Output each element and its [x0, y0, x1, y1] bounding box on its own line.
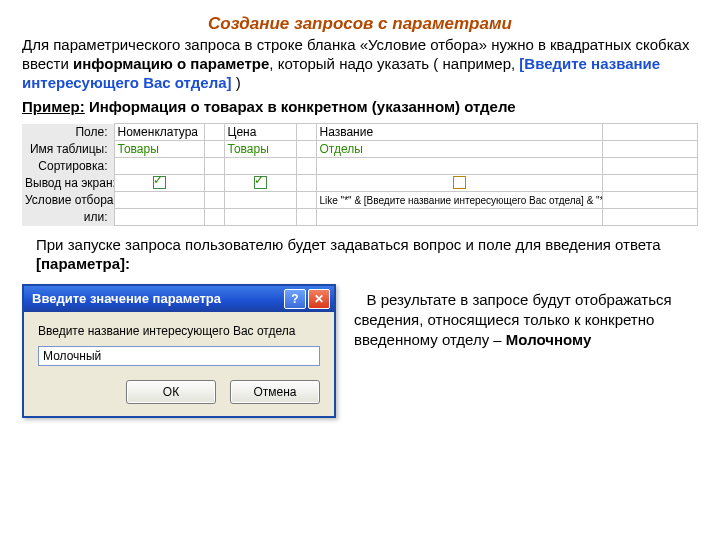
grid-row-show: Вывод на экран:: [22, 175, 698, 192]
cell-field-1[interactable]: Цена: [224, 124, 296, 141]
query-design-grid: Поле: Номенклатура Цена Название Имя таб…: [22, 123, 698, 226]
cell-table-2[interactable]: Отделы: [316, 141, 602, 158]
checkbox-checked-icon: [153, 176, 166, 189]
cell-field-2[interactable]: Название: [316, 124, 602, 141]
ok-button[interactable]: ОК: [126, 380, 216, 404]
cell-show-1[interactable]: [224, 175, 296, 192]
grid-row-criteria: Условие отбора: Like "*" & [Введите назв…: [22, 192, 698, 209]
cell-show-2[interactable]: [316, 175, 602, 192]
parameter-dialog: Введите значение параметра ? ✕ Введите н…: [22, 284, 336, 418]
middle-para: При запуске запроса пользователю будет з…: [36, 236, 698, 274]
cell-table-0[interactable]: Товары: [114, 141, 204, 158]
grid-row-sort: Сортировка:: [22, 158, 698, 175]
parameter-input[interactable]: [38, 346, 320, 366]
grid-row-or: или:: [22, 209, 698, 226]
dialog-title: Введите значение параметра: [32, 291, 282, 306]
close-button[interactable]: ✕: [308, 289, 330, 309]
intro-para-1: Для параметрического запроса в строке бл…: [22, 36, 698, 92]
cell-field-0[interactable]: Номенклатура: [114, 124, 204, 141]
intro-para-2: Пример: Информация о товарах в конкретно…: [22, 98, 698, 117]
dialog-titlebar[interactable]: Введите значение параметра ? ✕: [24, 286, 334, 312]
cell-criteria-2[interactable]: Like "*" & [Введите название интересующе…: [316, 192, 602, 209]
result-para: В результате в запросе будут отображатьс…: [354, 290, 698, 351]
cancel-button[interactable]: Отмена: [230, 380, 320, 404]
checkbox-checked-icon: [254, 176, 267, 189]
grid-row-table: Имя таблицы: Товары Товары Отделы: [22, 141, 698, 158]
cell-table-1[interactable]: Товары: [224, 141, 296, 158]
help-button[interactable]: ?: [284, 289, 306, 309]
page-title: Создание запросов с параметрами: [22, 14, 698, 34]
dialog-prompt: Введите название интересующего Вас отдел…: [38, 324, 320, 338]
checkbox-empty-icon: [453, 176, 466, 189]
cell-show-0[interactable]: [114, 175, 204, 192]
grid-row-field: Поле: Номенклатура Цена Название: [22, 124, 698, 141]
